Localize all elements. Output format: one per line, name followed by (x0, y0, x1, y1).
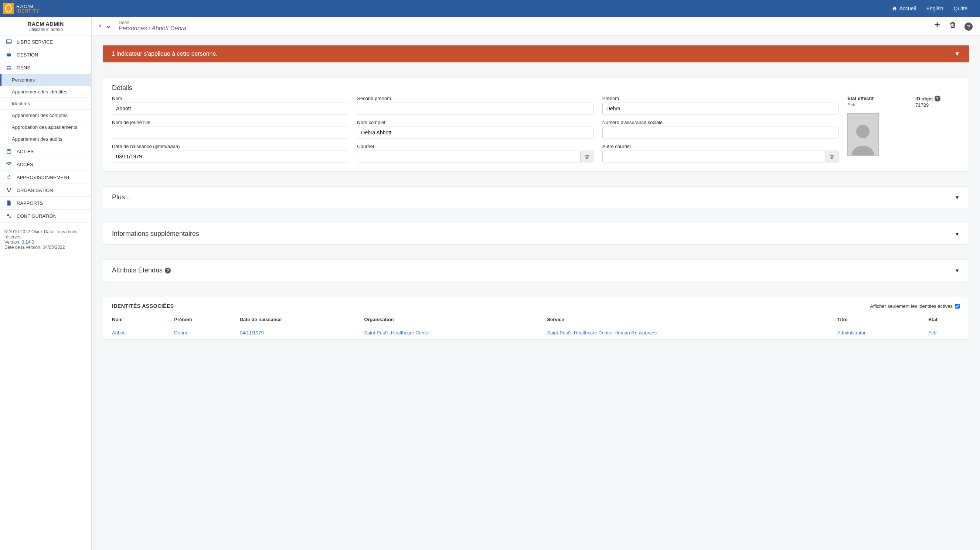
network-icon (6, 187, 12, 193)
col-dob[interactable]: Date de naissance (235, 313, 360, 326)
input-nom-jeune-fille[interactable] (112, 127, 348, 138)
label-dob: Date de naissance (jj/mm/aaaa) (112, 144, 348, 149)
svg-point-6 (7, 149, 11, 151)
cell-titre[interactable]: Administrator (837, 330, 866, 336)
input-autre-courriel[interactable] (602, 151, 826, 162)
plus-header[interactable]: Plus... ▼ (103, 187, 969, 208)
active-filter-checkbox[interactable] (955, 304, 960, 309)
cell-prenom[interactable]: Debra (174, 330, 187, 336)
toolbox-icon (6, 52, 12, 57)
caret-down-icon: ▼ (955, 231, 960, 237)
col-etat[interactable]: État (924, 313, 969, 326)
caret-down-icon: ▼ (955, 195, 960, 200)
caret-down-icon: ▼ (954, 51, 960, 57)
value-id-objet: 71729 (915, 102, 960, 108)
input-nom-complet[interactable] (357, 127, 593, 138)
brand-line1: RAC/M (16, 4, 40, 9)
svg-rect-3 (8, 53, 10, 54)
col-nom[interactable]: Nom (103, 313, 170, 326)
sidebar: RACM ADMIN Utilisateur: admin LIBRE SERV… (0, 17, 92, 550)
help-button[interactable]: ? (964, 21, 973, 31)
nav-configuration[interactable]: CONFIGURATION (0, 210, 91, 223)
sidebar-header: RACM ADMIN Utilisateur: admin (0, 17, 91, 35)
col-service[interactable]: Service (542, 313, 832, 326)
nav-language[interactable]: English (921, 6, 948, 11)
nav-dropdown-icon[interactable]: ⌄ (106, 22, 111, 30)
breadcrumb-bottom: Personnes / Abbott Debra (119, 25, 187, 32)
svg-point-5 (9, 66, 11, 67)
plus-panel: Plus... ▼ (103, 186, 969, 208)
cell-nom[interactable]: Abbott (112, 330, 126, 336)
subnav-appariement-audits[interactable]: Appariement des audits (0, 133, 91, 145)
nav-rapports[interactable]: RAPPORTS (0, 197, 91, 210)
help-icon[interactable]: ? (935, 96, 940, 101)
attributs-header[interactable]: Attributs Étendus ? ▼ (103, 260, 969, 281)
nav-back-icon[interactable]: ‹ (99, 22, 101, 30)
svg-point-10 (8, 191, 10, 192)
brand-line2: IDENTITY (16, 9, 40, 13)
delete-button[interactable] (949, 21, 956, 31)
sidebar-footer: © 2010-2022 Okiok Data. Tous droits rése… (0, 223, 91, 257)
nav-approvisionnement[interactable]: APPROVISIONNEMENT (0, 171, 91, 184)
version-link[interactable]: 3.14.0 (22, 239, 34, 245)
brand-logo[interactable]: RAC/M IDENTITY (0, 3, 40, 14)
table-row[interactable]: Abbott Debra 04/11/1979 Saint-Paul's Hea… (103, 326, 969, 339)
label-courriel: Courriel (357, 144, 593, 149)
subnav-approbation[interactable]: Approbation des appariements (0, 122, 91, 133)
col-prenom[interactable]: Prénom (170, 313, 235, 326)
input-dob[interactable] (112, 151, 348, 162)
cell-etat[interactable]: Actif (928, 330, 937, 336)
label-nas: Numéro d'assurance sociale (602, 120, 838, 125)
label-nom: Nom (112, 96, 348, 101)
subnav-appariement-comptes[interactable]: Appariement des comptes (0, 109, 91, 122)
infos-header[interactable]: Informations supplémentaires ▼ (103, 223, 969, 244)
email-addon-icon[interactable]: @ (826, 151, 838, 162)
label-nom-jeune-fille: Nom de jeune fille (112, 120, 348, 125)
input-courriel[interactable] (357, 151, 581, 162)
input-nas[interactable] (602, 127, 838, 138)
nav-home[interactable]: Accueil (887, 6, 921, 11)
nav-gestion[interactable]: GESTION (0, 48, 91, 61)
email-addon-icon[interactable]: @ (581, 151, 593, 162)
database-icon (6, 148, 12, 154)
nav-actifs[interactable]: ACTIFS (0, 145, 91, 158)
identities-title: IDENTITÉS ASSOCIÉES (112, 303, 174, 309)
input-prenom[interactable] (602, 103, 838, 114)
add-button[interactable] (934, 21, 941, 31)
broadcast-icon (6, 161, 12, 167)
label-etat-effectif: État effectif (847, 96, 907, 101)
nav-libre-service[interactable]: LIBRE SERVICE (0, 35, 91, 48)
nav-acces[interactable]: ACCÈS (0, 158, 91, 171)
infos-panel: Informations supplémentaires ▼ (103, 223, 969, 245)
value-etat-effectif: Actif (847, 102, 907, 108)
nav-organisation[interactable]: ORGANISATION (0, 184, 91, 197)
identities-table: Nom Prénom Date de naissance Organisatio… (103, 313, 969, 339)
details-panel: Détails Nom Nom de jeune fille Date de n… (103, 77, 969, 172)
alert-text: 1 indicateur s'applique à cette personne… (111, 51, 218, 57)
admin-title: RACM ADMIN (0, 21, 91, 27)
caret-down-icon: ▼ (955, 268, 960, 274)
active-filter: Afficher seulement les identités actives (870, 303, 960, 309)
attributs-panel: Attributs Étendus ? ▼ (103, 260, 969, 281)
nav-quit[interactable]: Quitte (948, 6, 973, 11)
copyright: © 2010-2022 Okiok Data. Tous droits rése… (5, 229, 87, 239)
help-icon[interactable]: ? (165, 268, 171, 274)
subnav-appariement-identites[interactable]: Appariement des identités (0, 86, 91, 98)
svg-point-4 (7, 66, 8, 67)
details-title: Détails (103, 78, 969, 96)
cell-service[interactable]: Saint-Paul's Healthcare Center-Human Res… (547, 330, 657, 336)
nav-gens[interactable]: GENS (0, 61, 91, 74)
page-header: ‹ ⌄ Gens Personnes / Abbott Debra ? (92, 17, 980, 36)
people-icon (6, 65, 12, 70)
subnav-identites[interactable]: Identités (0, 98, 91, 109)
col-org[interactable]: Organisation (360, 313, 542, 326)
svg-point-7 (8, 164, 10, 165)
input-second-prenom[interactable] (357, 103, 593, 114)
subnav-personnes[interactable]: Personnes (0, 74, 91, 86)
cell-dob[interactable]: 04/11/1979 (240, 330, 264, 336)
col-titre[interactable]: Titre (833, 313, 924, 326)
cell-org[interactable]: Saint-Paul's Healthcare Center (364, 330, 430, 336)
breadcrumb-top: Gens (119, 20, 187, 25)
input-nom[interactable] (112, 103, 348, 114)
indicator-alert[interactable]: 1 indicateur s'applique à cette personne… (103, 45, 969, 62)
